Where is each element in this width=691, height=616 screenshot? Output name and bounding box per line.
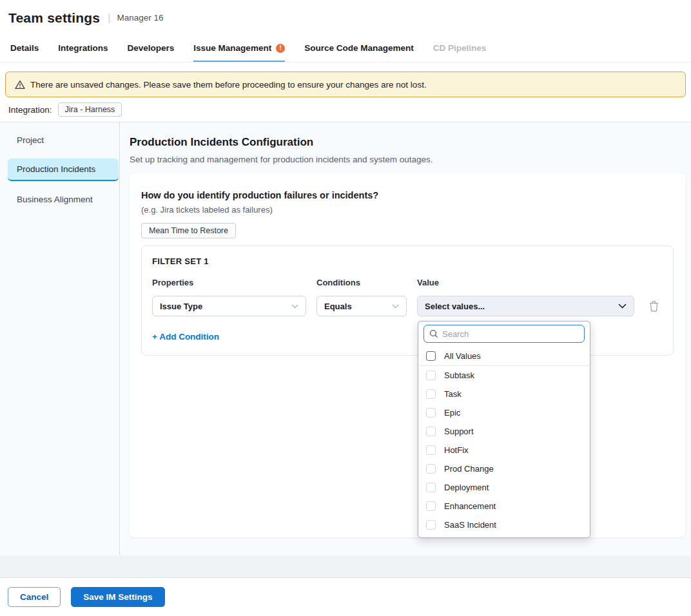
value-option[interactable]: Task (418, 385, 590, 403)
tab-details[interactable]: Details (10, 35, 39, 62)
value-options-list: Subtask Task (418, 366, 590, 538)
integration-row: Integration: Jira - Harness (0, 97, 691, 122)
option-checkbox[interactable] (426, 501, 436, 511)
metric-chip[interactable]: Mean Time to Restore (141, 223, 236, 238)
sidebar-item-project[interactable]: Project (0, 130, 119, 150)
banner-container: There are unsaved changes. Please save t… (0, 63, 691, 97)
tab-cd-pipelines: CD Pipelines (433, 35, 487, 62)
cancel-button[interactable]: Cancel (8, 587, 61, 607)
option-checkbox[interactable] (426, 389, 436, 399)
value-option[interactable]: Epic (418, 403, 590, 422)
condition-select[interactable]: Equals (316, 296, 407, 316)
value-option[interactable]: SaaS Incident (418, 515, 590, 534)
filter-grid: Properties Conditions Value Issue Type E… (152, 278, 663, 316)
main-panel: Production Incidents Configuration Set u… (120, 122, 691, 555)
tab-source-code-management[interactable]: Source Code Management (304, 35, 414, 62)
option-checkbox[interactable] (426, 371, 436, 380)
save-im-settings-button[interactable]: Save IM Settings (71, 587, 164, 607)
page-title: Team settings (8, 10, 100, 26)
integration-chip[interactable]: Jira - Harness (58, 102, 122, 117)
trash-cell (645, 296, 663, 316)
chevron-down-icon (618, 303, 627, 309)
question-hint: (e.g. Jira tickets labeled as failures) (141, 205, 674, 215)
value-cell: Select values... (417, 296, 634, 316)
add-condition-button[interactable]: + Add Condition (152, 332, 219, 342)
value-column-label: Value (417, 278, 634, 287)
filter-set-title: FILTER SET 1 (152, 256, 663, 266)
search-input[interactable] (442, 329, 579, 339)
value-option[interactable]: Deployment (418, 478, 590, 497)
option-checkbox[interactable] (426, 483, 436, 492)
option-checkbox[interactable] (426, 464, 436, 474)
value-option[interactable]: Prod Change (418, 459, 590, 478)
value-dropdown-panel: All Values Subtask (418, 321, 590, 538)
tab-issue-management[interactable]: Issue Management ! (193, 35, 285, 62)
alert-badge-icon: ! (276, 44, 285, 53)
value-option[interactable]: Enhancement (418, 497, 590, 515)
checkbox-all-values[interactable] (426, 351, 436, 361)
option-checkbox[interactable] (426, 408, 436, 418)
page-header: Team settings | Manager 16 (0, 0, 691, 35)
question-heading: How do you identify production failures … (141, 190, 674, 200)
footer-bar: Cancel Save IM Settings (0, 577, 691, 616)
section-title: Production Incidents Configuration (130, 136, 685, 149)
value-option[interactable]: Subtask (418, 366, 590, 385)
value-option[interactable]: Customer Notification (418, 534, 590, 538)
integration-label: Integration: (8, 105, 52, 115)
option-checkbox[interactable] (426, 427, 436, 436)
properties-column-label: Properties (152, 278, 306, 287)
config-card: How do you identify production failures … (130, 173, 685, 537)
value-multiselect[interactable]: Select values... (417, 296, 634, 316)
chevron-down-icon (291, 304, 298, 309)
pre-footer-strip (0, 555, 691, 577)
option-checkbox[interactable] (426, 520, 436, 530)
option-checkbox[interactable] (426, 445, 436, 455)
conditions-column-label: Conditions (316, 278, 407, 287)
team-name: Manager 16 (117, 13, 163, 23)
select-all-option[interactable]: All Values (418, 347, 590, 366)
filter-set-card: FILTER SET 1 Properties Conditions Value… (141, 245, 674, 356)
chevron-down-icon (392, 304, 399, 309)
tab-integrations[interactable]: Integrations (58, 35, 108, 62)
title-divider: | (108, 12, 110, 24)
trash-icon[interactable] (649, 301, 659, 312)
tab-bar: Details Integrations Developers Issue Ma… (0, 35, 691, 63)
search-icon (429, 329, 438, 338)
warning-icon (15, 80, 25, 90)
sidebar-item-business-alignment[interactable]: Business Alignment (0, 189, 119, 209)
section-subtitle: Set up tracking and management for produ… (130, 155, 685, 164)
content-area: Project Production Incidents Business Al… (0, 122, 691, 555)
dropdown-search[interactable] (423, 325, 585, 343)
unsaved-changes-banner: There are unsaved changes. Please save t… (5, 72, 686, 97)
property-select[interactable]: Issue Type (152, 296, 306, 316)
value-option[interactable]: HotFix (418, 441, 590, 459)
sidebar-item-production-incidents[interactable]: Production Incidents (8, 159, 119, 181)
value-option[interactable]: Support (418, 422, 590, 441)
tab-developers[interactable]: Developers (128, 35, 175, 62)
banner-text: There are unsaved changes. Please save t… (30, 80, 427, 90)
settings-sidebar: Project Production Incidents Business Al… (0, 122, 120, 555)
